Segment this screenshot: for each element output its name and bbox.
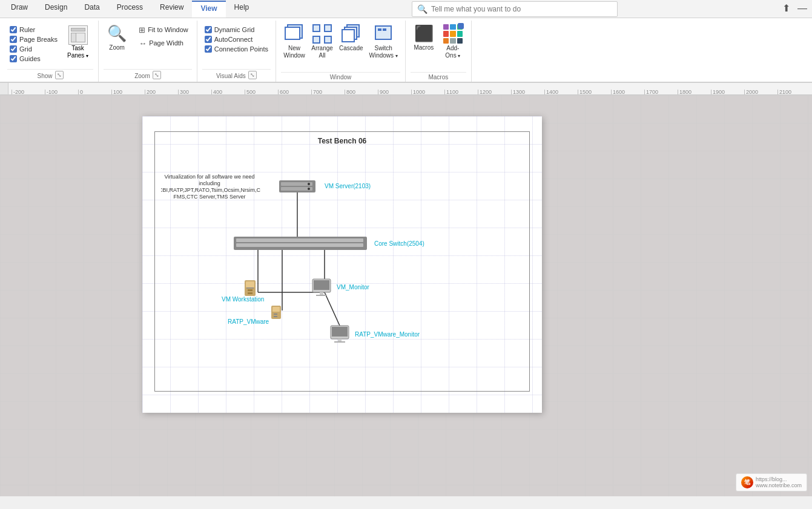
ribbon-group-show: Ruler Page Breaks Grid Guides — [2, 21, 99, 82]
zoom-button[interactable]: 🔍 Zoom — [104, 23, 130, 53]
grid-check-item[interactable]: Grid — [7, 45, 60, 53]
guides-checkbox[interactable] — [10, 55, 17, 62]
visual-aids-expand-button[interactable]: ⤡ — [248, 71, 257, 79]
connection-points-label: Connection Points — [214, 45, 268, 53]
tab-draw[interactable]: Draw — [2, 1, 36, 18]
fit-window-label: Fit to Window — [148, 26, 188, 33]
new-window-label: NewWindow — [283, 45, 305, 59]
grid-checkbox[interactable] — [10, 45, 17, 53]
window-group-label: Window — [281, 72, 400, 82]
ruler-tick: 1200 — [478, 90, 492, 94]
minimize-button[interactable]: — — [795, 2, 810, 15]
page-width-button[interactable]: ↔ Page Width — [135, 36, 192, 50]
window-group-content: NewWindow ArrangeAll — [281, 21, 400, 71]
page-breaks-checkbox[interactable] — [10, 36, 17, 43]
ruler-tick: 2100 — [777, 90, 791, 94]
cascade-button[interactable]: Cascade — [337, 23, 365, 53]
connection-points-check-item[interactable]: Connection Points — [202, 45, 271, 53]
page-breaks-check-item[interactable]: Page Breaks — [7, 35, 60, 44]
ruler-check-item[interactable]: Ruler — [7, 25, 60, 34]
canvas-area[interactable]: Test Bench 06 Virtualization for all sof… — [0, 95, 812, 496]
ruler-tick: 1600 — [611, 90, 625, 94]
search-bar: 🔍 — [412, 1, 618, 17]
ruler-tick: 900 — [378, 90, 389, 94]
svg-rect-15 — [316, 295, 327, 296]
virt-text-line3: CBI,RATP,JPT,RATO,Tsim,Ocsim,Nrsim,C — [161, 187, 260, 193]
ruler-corner — [0, 83, 8, 94]
ruler-tick: 2000 — [744, 90, 758, 94]
add-ons-icon — [443, 24, 463, 44]
share-button[interactable]: ⬆ — [780, 1, 793, 15]
new-window-button[interactable]: NewWindow — [281, 23, 308, 61]
tab-help[interactable]: Help — [226, 1, 258, 18]
ribbon-group-zoom: 🔍 Zoom ⊞ Fit to Window ↔ Page Width — [99, 21, 197, 82]
add-ons-button[interactable]: Add-Ons ▾ — [440, 23, 466, 61]
svg-rect-17 — [338, 339, 342, 341]
macros-button[interactable]: ⬛ Macros — [411, 23, 437, 53]
zoom-expand-button[interactable]: ⤡ — [153, 71, 161, 79]
vm-workstation-label: VM Workstation — [222, 296, 264, 303]
ruler-tick: 500 — [245, 90, 256, 94]
virt-text-line1: Virtualization for all software we need — [165, 174, 255, 180]
ruler-label: Ruler — [19, 26, 35, 33]
vm-monitor-label: VM_Monitor — [337, 284, 370, 291]
task-panes-label: TaskPanes ▾ — [67, 45, 88, 59]
task-panes-button[interactable]: TaskPanes ▾ — [62, 23, 93, 62]
page-width-label: Page Width — [149, 39, 183, 47]
svg-rect-18 — [334, 341, 345, 343]
ruler-tick: 100 — [111, 90, 122, 94]
tab-design[interactable]: Design — [36, 1, 76, 18]
arrange-all-button[interactable]: ArrangeAll — [309, 23, 335, 61]
autoconnect-check-item[interactable]: AutoConnect — [202, 35, 271, 44]
autoconnect-checkbox[interactable] — [205, 36, 212, 43]
grid-label: Grid — [19, 45, 32, 53]
cascade-label: Cascade — [339, 45, 363, 52]
tab-data[interactable]: Data — [76, 1, 108, 18]
show-expand-button[interactable]: ⤡ — [55, 71, 64, 79]
ruler-tick: 400 — [211, 90, 222, 94]
tab-review[interactable]: Review — [151, 1, 192, 18]
switch-windows-icon — [374, 24, 393, 44]
ruler-tick: 1300 — [511, 90, 525, 94]
visual-aids-group-label: Visual Aids ⤡ — [202, 69, 271, 82]
ruler-tick: -200 — [12, 90, 24, 94]
svg-rect-7 — [248, 289, 253, 291]
switch-windows-label: SwitchWindows ▾ — [369, 45, 398, 59]
tab-bar: Draw Design Data Process Review View Hel… — [0, 0, 812, 18]
ruler-area: -200-10001002003004005006007008009001000… — [0, 83, 812, 95]
task-panes-icon — [68, 25, 88, 45]
guides-check-item[interactable]: Guides — [7, 54, 60, 63]
svg-rect-5 — [236, 243, 363, 247]
dynamic-grid-checkbox[interactable] — [205, 26, 212, 33]
tab-view[interactable]: View — [192, 1, 225, 18]
connection-points-checkbox[interactable] — [205, 45, 212, 53]
dynamic-grid-check-item[interactable]: Dynamic Grid — [202, 25, 271, 34]
new-window-icon — [285, 24, 304, 44]
tab-process[interactable]: Process — [108, 1, 151, 18]
vm-server-label: VM Server(2103) — [325, 183, 371, 189]
ruler-tick: 0 — [78, 90, 83, 94]
ruler-tick: 1900 — [711, 90, 725, 94]
search-icon: 🔍 — [417, 4, 427, 14]
svg-rect-16 — [332, 327, 348, 337]
document-page: Test Bench 06 Virtualization for all sof… — [142, 116, 542, 413]
svg-rect-12 — [274, 316, 277, 317]
ruler-horizontal: -200-10001002003004005006007008009001000… — [8, 83, 812, 94]
network-diagram-svg: Virtualization for all software we need … — [161, 147, 524, 383]
ribbon-group-visual-aids: Dynamic Grid AutoConnect Connection Poin… — [197, 21, 276, 82]
zoom-group-content: 🔍 Zoom ⊞ Fit to Window ↔ Page Width — [104, 21, 192, 68]
guides-label: Guides — [19, 55, 41, 62]
zoom-icon: 🔍 — [107, 24, 127, 43]
ruler-checkbox[interactable] — [10, 26, 17, 33]
ruler-tick: 800 — [345, 90, 355, 94]
ruler-tick: 1400 — [544, 90, 558, 94]
ruler-ticks-container: -200-10001002003004005006007008009001000… — [8, 83, 812, 94]
arrange-all-icon — [312, 24, 332, 44]
svg-rect-8 — [248, 292, 253, 294]
search-input[interactable] — [431, 5, 601, 13]
svg-rect-4 — [236, 238, 363, 242]
fit-to-window-button[interactable]: ⊞ Fit to Window — [135, 23, 192, 36]
autoconnect-label: AutoConnect — [214, 36, 253, 43]
switch-windows-button[interactable]: SwitchWindows ▾ — [367, 23, 400, 61]
svg-point-2 — [308, 183, 310, 185]
